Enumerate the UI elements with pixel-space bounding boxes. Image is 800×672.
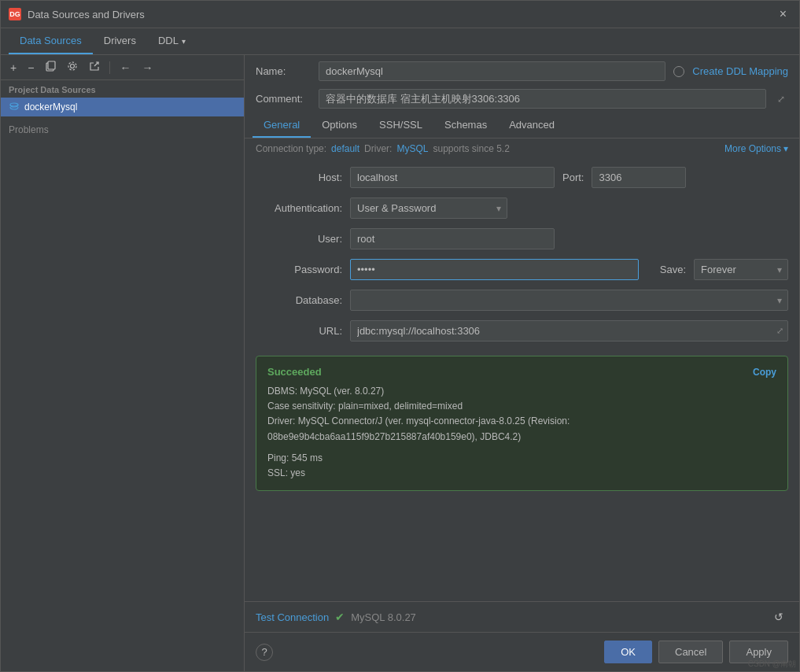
more-options-link[interactable]: More Options ▾	[724, 143, 788, 154]
success-line-6: SSL: yes	[267, 466, 776, 481]
connection-info-bar: Connection type: default Driver: MySQL s…	[245, 138, 799, 159]
success-title-text: Succeeded	[267, 366, 322, 378]
url-label: URL:	[256, 325, 342, 337]
copy-link[interactable]: Copy	[753, 367, 776, 378]
port-input[interactable]	[592, 167, 686, 188]
host-port-row: Host: Port:	[256, 167, 788, 188]
success-text: DBMS: MySQL (ver. 8.0.27) Case sensitivi…	[267, 384, 776, 481]
nav-back-button[interactable]: ←	[116, 59, 134, 76]
driver-value[interactable]: MySQL	[396, 143, 428, 154]
title-bar: DG Data Sources and Drivers ×	[1, 1, 799, 28]
svg-line-4	[94, 62, 98, 66]
watermark: CSDN @南朝	[745, 657, 799, 671]
database-label: Database:	[256, 294, 342, 306]
name-input[interactable]	[319, 61, 665, 81]
sidebar: + −	[1, 55, 245, 671]
create-ddl-link[interactable]: Create DDL Mapping	[692, 65, 788, 77]
host-input[interactable]	[350, 167, 555, 188]
nav-forward-button[interactable]: →	[138, 59, 156, 76]
port-label: Port:	[562, 172, 584, 183]
add-datasource-button[interactable]: +	[7, 59, 20, 76]
svg-point-2	[71, 65, 75, 68]
conn-type-value[interactable]: default	[331, 143, 359, 154]
comment-input[interactable]	[319, 89, 766, 109]
host-label: Host:	[256, 172, 342, 183]
close-button[interactable]: ×	[775, 6, 791, 23]
svg-point-5	[10, 103, 18, 106]
driver-suffix: supports since 5.2	[433, 143, 509, 154]
app-icon: DG	[9, 8, 21, 20]
user-label: User:	[256, 233, 342, 245]
name-label: Name:	[256, 65, 311, 77]
cancel-button[interactable]: Cancel	[658, 641, 723, 663]
name-row: Name: Create DDL Mapping	[245, 55, 799, 86]
mysql-db-icon	[9, 102, 20, 113]
top-tab-bar: Data Sources Drivers DDL	[1, 28, 799, 55]
sidebar-item-label: dockerMysql	[24, 102, 77, 113]
dialog-title: Data Sources and Drivers	[28, 9, 775, 20]
comment-label: Comment:	[256, 93, 311, 105]
tab-advanced[interactable]: Advanced	[498, 113, 566, 138]
url-input[interactable]	[350, 320, 788, 342]
conn-info-left: Connection type: default Driver: MySQL s…	[256, 143, 510, 154]
config-tabs: General Options SSH/SSL Schemas Advanced	[245, 113, 799, 138]
sidebar-item-dockermysql[interactable]: dockerMysql	[1, 98, 244, 116]
expand-comment-button[interactable]: ⤢	[774, 92, 788, 106]
ok-button[interactable]: OK	[604, 641, 652, 663]
success-line-1: DBMS: MySQL (ver. 8.0.27)	[267, 384, 776, 399]
undo-button[interactable]: ↺	[769, 608, 788, 626]
database-row: Database:	[256, 290, 788, 311]
success-line-3: Driver: MySQL Connector/J (ver. mysql-co…	[267, 414, 776, 429]
password-row: Password: Save: Forever Until restart Ne…	[256, 259, 788, 280]
database-select[interactable]	[350, 290, 788, 311]
tab-ddl[interactable]: DDL	[147, 28, 197, 54]
test-connection-link[interactable]: Test Connection	[256, 611, 329, 623]
user-input[interactable]	[350, 228, 555, 249]
tab-ssh-ssl[interactable]: SSH/SSL	[368, 113, 433, 138]
share-button[interactable]	[86, 58, 103, 76]
main-content: + −	[1, 55, 799, 671]
password-input[interactable]	[350, 259, 639, 280]
driver-label: Driver:	[364, 143, 392, 154]
auth-select-wrap: User & Password No auth LDAP	[350, 198, 507, 219]
password-label: Password:	[256, 264, 342, 275]
auth-select[interactable]: User & Password No auth LDAP	[350, 198, 507, 219]
remove-datasource-button[interactable]: −	[24, 59, 37, 76]
auth-label: Authentication:	[256, 202, 342, 214]
success-panel: Succeeded Copy DBMS: MySQL (ver. 8.0.27)…	[256, 356, 788, 491]
problems-section: Problems	[1, 116, 244, 671]
tab-drivers[interactable]: Drivers	[93, 28, 147, 54]
ddl-dropdown-icon	[182, 35, 186, 46]
save-select[interactable]: Forever Until restart Never	[694, 259, 788, 280]
tab-schemas[interactable]: Schemas	[433, 113, 498, 138]
toolbar-separator	[109, 61, 110, 74]
success-line-5: Ping: 545 ms	[267, 451, 776, 466]
tab-general[interactable]: General	[253, 113, 311, 138]
tab-data-sources[interactable]: Data Sources	[9, 28, 93, 54]
test-connection-bar: Test Connection ✔ MySQL 8.0.27 ↺	[245, 601, 799, 632]
copy-datasource-button[interactable]	[42, 58, 59, 76]
dialog-buttons: ? OK Cancel Apply CSDN @南朝	[245, 632, 799, 671]
copy-icon	[45, 61, 56, 72]
tab-options[interactable]: Options	[311, 113, 368, 138]
url-row: URL: ⤢	[256, 320, 788, 342]
share-icon	[89, 61, 100, 72]
more-options-chevron: ▾	[783, 143, 788, 154]
help-button[interactable]: ?	[256, 644, 273, 661]
radio-button[interactable]	[673, 66, 684, 77]
test-connection-checkmark: ✔	[335, 611, 345, 623]
sidebar-toolbar: + −	[1, 55, 244, 80]
form-area: Host: Port: Authentication: User & Passw…	[245, 159, 799, 356]
settings-icon	[67, 61, 78, 72]
sidebar-section-label: Project Data Sources	[1, 80, 244, 98]
comment-row: Comment: ⤢	[245, 86, 799, 113]
user-row: User:	[256, 228, 788, 249]
url-expand-button[interactable]: ⤢	[776, 326, 783, 336]
save-select-wrap: Forever Until restart Never	[694, 259, 788, 280]
database-select-wrap	[350, 290, 788, 311]
success-title-row: Succeeded Copy	[267, 366, 776, 378]
success-line-4: 08be9e9b4cba6aa115f9b27b215887af40b159e0…	[267, 430, 776, 445]
right-panel: Name: Create DDL Mapping Comment: ⤢ Gene…	[245, 55, 799, 671]
auth-row: Authentication: User & Password No auth …	[256, 198, 788, 219]
settings-button[interactable]	[64, 58, 81, 76]
